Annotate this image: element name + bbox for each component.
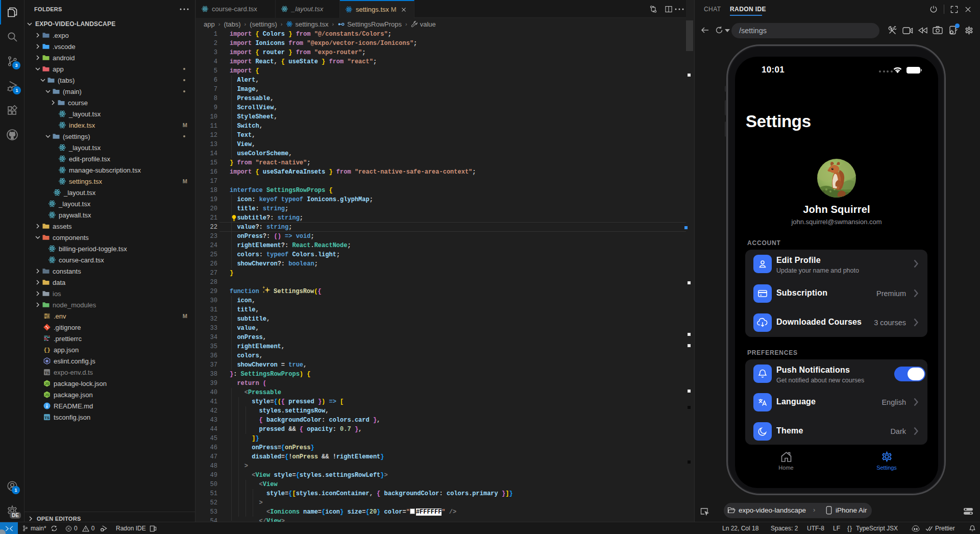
svg-text:TS: TS [44, 371, 50, 375]
svg-text:{}: {} [43, 347, 50, 353]
svg-text:JS: JS [44, 393, 49, 397]
svg-text:TS: TS [44, 416, 50, 420]
svg-text:JS: JS [44, 381, 49, 386]
